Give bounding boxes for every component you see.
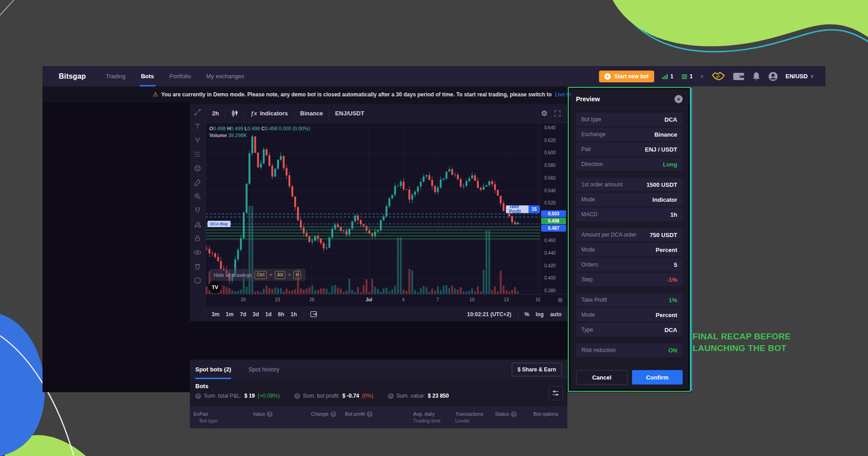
help-icon[interactable]: ? bbox=[294, 393, 300, 399]
time-axis[interactable]: 202326Jul47101316 bbox=[206, 294, 540, 306]
cancel-button[interactable]: Cancel bbox=[576, 370, 627, 385]
start-new-bot-button[interactable]: + Start new bot bbox=[599, 71, 654, 82]
fib-retracement-tool[interactable] bbox=[193, 150, 202, 159]
take-profit-price-badge: 0.503 bbox=[541, 210, 566, 217]
log-scale-button[interactable]: log bbox=[536, 311, 544, 318]
chevron-down-icon[interactable]: ∨ bbox=[700, 74, 703, 79]
percent-scale-button[interactable]: % bbox=[524, 311, 529, 318]
locale-label: EN/USD bbox=[786, 73, 808, 80]
notifications-button[interactable] bbox=[752, 72, 760, 81]
bitsgap-logo[interactable]: Bitsgap bbox=[59, 72, 86, 81]
column-change[interactable]: Change? bbox=[311, 411, 336, 418]
share-and-earn-button[interactable]: $ Share & Earn bbox=[512, 363, 562, 376]
preview-title: Preview bbox=[576, 95, 600, 103]
tab-spot-history[interactable]: Spot history bbox=[248, 360, 279, 379]
range-1m[interactable]: 1m bbox=[226, 311, 233, 318]
avatar-icon bbox=[768, 71, 778, 81]
nav-item-my-exchanges[interactable]: My exchanges bbox=[206, 66, 244, 86]
nav-item-portfolio[interactable]: Portfolio bbox=[170, 66, 191, 86]
drawing-mode-tool[interactable] bbox=[193, 220, 202, 229]
bots-tabs-bar: Spot bots (2) Spot history $ Share & Ear… bbox=[190, 360, 567, 379]
bots-table-header: Ex. PairBot type Value? Change? Bot prof… bbox=[190, 406, 567, 428]
help-icon[interactable]: ? bbox=[195, 393, 201, 399]
volume-value: 39.298K bbox=[228, 133, 247, 138]
time-tick: Jul bbox=[366, 297, 372, 302]
axis-settings-button[interactable]: ⚙ bbox=[557, 297, 563, 304]
range-3d[interactable]: 3d bbox=[253, 311, 259, 318]
help-icon[interactable]: ? bbox=[367, 411, 373, 417]
sum-total-pnl: ? Sum. total P&L: $ 19 (+0.08%) bbox=[195, 393, 280, 399]
running-bots-indicator[interactable]: 1 bbox=[662, 73, 674, 80]
chart-toolbar-right: ⚙ bbox=[541, 109, 561, 118]
brush-tool[interactable] bbox=[193, 178, 202, 187]
column-avg-daily[interactable]: Avg. dailyTrading time bbox=[413, 411, 441, 424]
locale-selector[interactable]: EN/USD ∨ bbox=[786, 73, 814, 80]
zoom-in-tool[interactable] bbox=[193, 192, 202, 201]
sliders-icon bbox=[552, 390, 559, 396]
chart-settings-button[interactable]: ⚙ bbox=[541, 109, 547, 118]
magnet-tool[interactable] bbox=[193, 206, 202, 215]
nav-item-trading[interactable]: Trading bbox=[106, 66, 126, 86]
tab-spot-bots[interactable]: Spot bots (2) bbox=[195, 360, 231, 379]
candle-style-selector[interactable] bbox=[231, 109, 238, 118]
hide-drawings-tool[interactable] bbox=[193, 248, 202, 257]
candlestick-icon bbox=[231, 109, 238, 118]
pair-selector[interactable]: ENJ/USDT bbox=[335, 110, 364, 117]
range-6h[interactable]: 6h bbox=[278, 311, 284, 318]
price-axis[interactable]: 0.503 0.498 0.487 0.6400.6200.6000.5800.… bbox=[540, 123, 568, 294]
tradingview-logo[interactable]: TV bbox=[208, 280, 222, 294]
help-icon[interactable]: ? bbox=[511, 411, 517, 417]
exchange-selector[interactable]: Binance bbox=[300, 110, 323, 117]
column-bot-profit[interactable]: Bot profit? bbox=[345, 411, 373, 418]
column-bot-options[interactable]: Bot options bbox=[533, 411, 558, 418]
bot-list-indicator[interactable]: 1 bbox=[681, 73, 693, 80]
price-tick: 0.600 bbox=[544, 150, 556, 155]
close-icon[interactable]: ✕ bbox=[675, 95, 683, 103]
confirm-button[interactable]: Confirm bbox=[632, 370, 683, 385]
price-tick: 0.400 bbox=[544, 276, 556, 280]
range-7d[interactable]: 7d bbox=[240, 311, 246, 318]
chart-clock[interactable]: 10:02:21 (UTC+2) bbox=[467, 311, 511, 318]
range-1h[interactable]: 1h bbox=[291, 311, 297, 318]
fullscreen-button[interactable] bbox=[554, 110, 561, 117]
interval-selector[interactable]: 2h bbox=[212, 110, 219, 117]
price-tick: 0.520 bbox=[544, 200, 556, 205]
navbar-right-cluster: + Start new bot 1 1 ∨ bbox=[599, 71, 826, 82]
trend-line-tool[interactable] bbox=[193, 108, 202, 117]
wallet-button[interactable] bbox=[733, 72, 745, 81]
annotation-line-2: LAUNCHING THE BOT bbox=[693, 342, 791, 354]
price-tick: 0.440 bbox=[544, 251, 556, 256]
take-profit-line-label[interactable]: Take Profit 15 bbox=[506, 205, 540, 213]
column-value[interactable]: Value? bbox=[253, 411, 273, 418]
time-tick: 4 bbox=[402, 297, 405, 302]
help-icon[interactable]: ? bbox=[330, 411, 336, 417]
column-pair[interactable]: PairBot type bbox=[199, 411, 217, 424]
go-to-date-button[interactable] bbox=[310, 311, 318, 318]
toolbar-divider bbox=[244, 109, 245, 118]
pitchfork-tool[interactable] bbox=[193, 136, 202, 145]
lock-drawings-tool[interactable] bbox=[193, 234, 202, 243]
dca-buy-line-label[interactable]: DCA Buy bbox=[208, 221, 231, 227]
nav-item-bots[interactable]: Bots bbox=[141, 66, 154, 86]
column-transactions[interactable]: TransactionsLevels bbox=[455, 411, 484, 424]
indicators-button[interactable]: ƒx Indicators bbox=[250, 110, 288, 117]
help-icon[interactable]: ? bbox=[267, 411, 273, 417]
volume-label: Volume bbox=[209, 133, 227, 138]
referral-button[interactable] bbox=[712, 71, 725, 82]
column-status[interactable]: Status? bbox=[495, 411, 517, 418]
toolbar-divider bbox=[329, 109, 329, 118]
text-tool[interactable] bbox=[193, 122, 202, 131]
key-alt: Alt bbox=[275, 271, 285, 279]
bots-section: Spot bots (2) Spot history $ Share & Ear… bbox=[190, 360, 567, 428]
remove-drawings-tool[interactable] bbox=[193, 262, 202, 271]
object-tree-tool[interactable] bbox=[193, 276, 202, 285]
help-icon[interactable]: ? bbox=[388, 393, 394, 399]
toolbar-divider bbox=[294, 109, 294, 118]
account-button[interactable] bbox=[768, 71, 778, 81]
auto-scale-button[interactable]: auto bbox=[550, 311, 561, 318]
range-1d[interactable]: 1d bbox=[265, 311, 272, 318]
table-filter-button[interactable] bbox=[548, 386, 563, 400]
emoji-tool[interactable] bbox=[193, 164, 202, 173]
range-3m[interactable]: 3m bbox=[212, 311, 219, 318]
chart-plot-area[interactable]: O0.498 H0.499 L0.498 C0.498 0.000 (0.00%… bbox=[206, 123, 540, 294]
